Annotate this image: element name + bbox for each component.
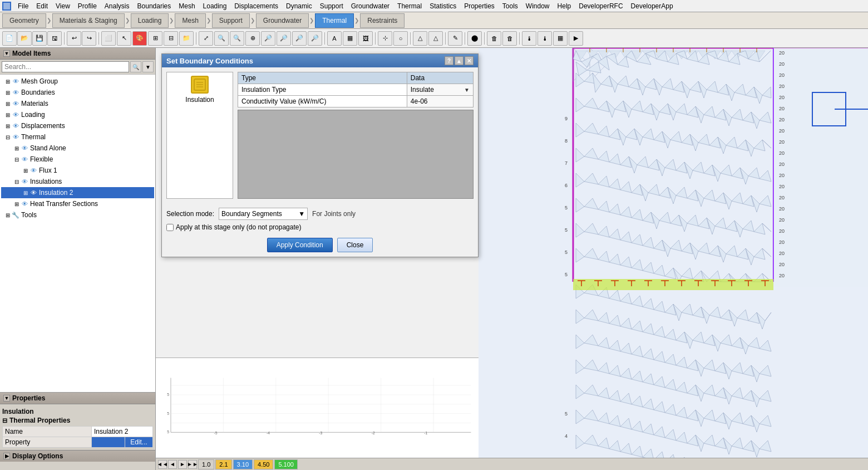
tree-item-tools[interactable]: ⊞ 🔧 Tools <box>1 209 154 221</box>
edit-button[interactable]: Edit... <box>125 437 153 448</box>
tree-item-heat-transfer[interactable]: ⊞ 👁 Heat Transfer Sections <box>1 198 154 209</box>
expand-icon[interactable]: ⊞ <box>4 89 11 96</box>
tb-snap2[interactable]: ○ <box>393 31 408 46</box>
eye-icon[interactable]: 👁 <box>11 99 20 108</box>
nav-first-btn[interactable]: ◄◄ <box>158 460 167 469</box>
search-filter-btn[interactable]: ▼ <box>142 61 154 72</box>
tab-thermal[interactable]: Thermal <box>315 13 354 28</box>
expand-icon[interactable]: ⊞ <box>13 145 20 151</box>
tb-zoom-out2[interactable]: 🔎 <box>277 31 291 46</box>
tb-delete[interactable]: 🗑 <box>487 31 501 46</box>
menu-developerrfc[interactable]: DeveloperRFC <box>575 1 626 11</box>
close-button[interactable]: Close <box>337 238 373 252</box>
selection-mode-dropdown[interactable]: Boundary Segments ▼ <box>219 208 308 220</box>
menu-analysis[interactable]: Analysis <box>101 1 133 11</box>
eye-icon[interactable]: 👁 <box>29 166 38 175</box>
dropdown-arrow-icon[interactable]: ▼ <box>464 87 470 93</box>
menu-statistics[interactable]: Statistics <box>426 1 460 11</box>
dialog-minimize-btn[interactable]: ▲ <box>455 56 463 65</box>
tb-zoom-win[interactable]: 🔎 <box>261 31 275 46</box>
expand-icon[interactable]: ⊞ <box>4 100 11 107</box>
props-collapse-btn[interactable]: ▼ <box>3 395 10 402</box>
menu-loading[interactable]: Loading <box>200 1 230 11</box>
tree-item-standalone[interactable]: ⊞ 👁 Stand Alone <box>1 143 154 154</box>
eye-icon[interactable]: 👁 <box>11 133 20 141</box>
tb-select[interactable]: ↖ <box>117 31 131 46</box>
expand-icon[interactable]: ⊞ <box>22 167 29 174</box>
tb-snap[interactable]: ⊹ <box>378 31 392 46</box>
menu-file[interactable]: File <box>14 1 32 11</box>
tb-delete2[interactable]: 🗑 <box>502 31 517 46</box>
menu-tools[interactable]: Tools <box>499 1 521 11</box>
tab-groundwater[interactable]: Groundwater <box>256 13 309 28</box>
eye-icon[interactable]: 👁 <box>20 199 29 208</box>
propagate-label[interactable]: Apply at this stage only (do not propaga… <box>176 223 301 231</box>
nav-play-btn[interactable]: ► <box>178 460 187 469</box>
tb-color[interactable]: 🎨 <box>132 31 147 46</box>
menu-window[interactable]: Window <box>522 1 553 11</box>
menu-support[interactable]: Support <box>317 1 347 11</box>
tb-image[interactable]: 🖼 <box>358 31 373 46</box>
cond-data-1[interactable]: Insulate ▼ <box>407 84 473 96</box>
tb-zoom-fit[interactable]: 🔎 <box>292 31 307 46</box>
propagate-checkbox[interactable] <box>166 224 174 231</box>
menu-groundwater[interactable]: Groundwater <box>348 1 393 11</box>
tb-zoom-out[interactable]: 🔍 <box>230 31 244 46</box>
display-opts-collapse-btn[interactable]: ▶ <box>3 453 10 459</box>
menu-displacements[interactable]: Displacements <box>231 1 282 11</box>
expand-icon[interactable]: ⊞ <box>4 123 11 129</box>
tab-support[interactable]: Support <box>212 13 250 28</box>
tb-table[interactable]: ⊞ <box>148 31 162 46</box>
tb-grid[interactable]: ▦ <box>553 31 568 46</box>
tree-item-boundaries[interactable]: ⊞ 👁 Boundaries <box>1 87 154 98</box>
dialog-titlebar[interactable]: Set Boundary Conditions ? ▲ ✕ <box>162 54 478 67</box>
tb-more[interactable]: ▶ <box>569 31 583 46</box>
tree-item-insulations[interactable]: ⊟ 👁 Insulations <box>1 176 154 187</box>
tb-view3d[interactable]: ⬜ <box>101 31 116 46</box>
tb-redo[interactable]: ↪ <box>82 31 96 46</box>
tb-table2[interactable]: ▦ <box>343 31 357 46</box>
apply-condition-button[interactable]: Apply Condition <box>267 238 333 252</box>
tb-angle[interactable]: △ <box>413 31 427 46</box>
tab-mesh[interactable]: Mesh <box>175 13 205 28</box>
menu-boundaries[interactable]: Boundaries <box>134 1 175 11</box>
tb-draw[interactable]: ✎ <box>448 31 462 46</box>
tab-geometry[interactable]: Geometry <box>2 13 46 28</box>
tb-open2[interactable]: 📁 <box>179 31 194 46</box>
tree-item-insulation2[interactable]: ⊞ 👁 Insulation 2 <box>1 187 154 198</box>
expand-icon[interactable]: ⊟ <box>13 178 20 185</box>
eye-icon[interactable]: 👁 <box>11 77 20 86</box>
tb-sphere[interactable]: ⬤ <box>467 31 482 46</box>
expand-icon[interactable]: ⊞ <box>4 212 11 218</box>
menu-thermal[interactable]: Thermal <box>394 1 425 11</box>
tree-item-loading[interactable]: ⊞ 👁 Loading <box>1 109 154 120</box>
thermal-props-collapse[interactable]: ⊟ <box>2 417 7 424</box>
tb-save[interactable]: 💾 <box>32 31 47 46</box>
search-execute-btn[interactable]: 🔍 <box>130 61 141 72</box>
tb-angle2[interactable]: △ <box>428 31 443 46</box>
tb-zoom-area[interactable]: ⊕ <box>245 31 260 46</box>
menu-dynamic[interactable]: Dynamic <box>283 1 315 11</box>
tb-fit[interactable]: ⤢ <box>199 31 213 46</box>
dialog-close-btn[interactable]: ✕ <box>465 56 474 65</box>
search-input[interactable] <box>2 61 129 72</box>
menu-help[interactable]: Help <box>554 1 575 11</box>
eye-icon[interactable]: 👁 <box>11 121 20 130</box>
tree-item-flexible[interactable]: ⊟ 👁 Flexible <box>1 154 154 165</box>
tree-item-displacements[interactable]: ⊞ 👁 Displacements <box>1 120 154 131</box>
nav-next-btn[interactable]: ►► <box>188 460 197 469</box>
tb-contour[interactable]: 🌡 <box>522 31 536 46</box>
viewport[interactable]: 20 20 20 20 20 20 20 20 20 20 20 20 20 2… <box>479 48 868 470</box>
menu-profile[interactable]: Profile <box>75 1 100 11</box>
tb-zoom-ext[interactable]: 🔎 <box>308 31 322 46</box>
tb-temp[interactable]: 🌡 <box>537 31 552 46</box>
tab-restraints[interactable]: Restraints <box>360 13 405 28</box>
expand-icon[interactable]: ⊞ <box>13 200 20 207</box>
tb-calc[interactable]: ⊟ <box>164 31 178 46</box>
tree-item-mesh-group[interactable]: ⊞ 👁 Mesh Group <box>1 76 154 87</box>
eye-icon[interactable]: 👁 <box>20 177 29 186</box>
tree-item-materials[interactable]: ⊞ 👁 Materials <box>1 98 154 109</box>
tb-open[interactable]: 📂 <box>17 31 32 46</box>
expand-icon[interactable]: ⊞ <box>4 111 11 118</box>
tree-item-flux1[interactable]: ⊞ 👁 Flux 1 <box>1 165 154 176</box>
